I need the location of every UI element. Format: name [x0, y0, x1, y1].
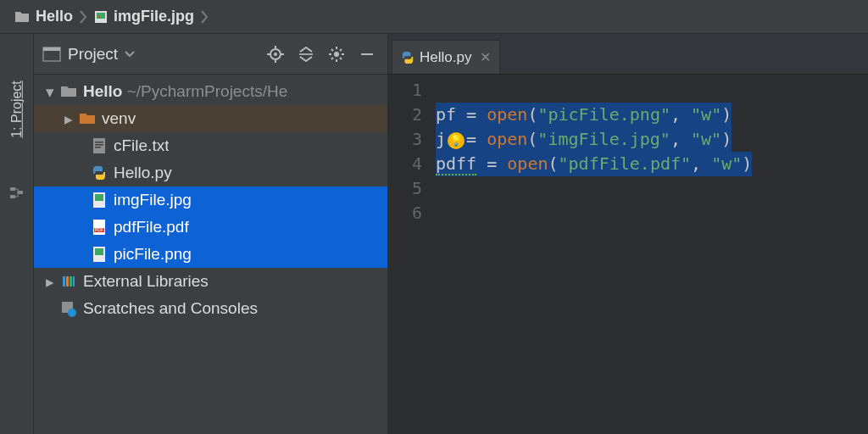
- svg-rect-23: [95, 248, 103, 255]
- svg-rect-26: [70, 276, 72, 287]
- locate-icon[interactable]: [264, 42, 287, 66]
- chevron-right-icon: [199, 8, 209, 25]
- line-number: 1: [388, 78, 422, 103]
- file-tree-icon[interactable]: [8, 185, 25, 202]
- scratches-icon: [59, 299, 78, 318]
- project-tree[interactable]: ▾ Hello ~/PycharmProjects/He ▸ venv cFil…: [34, 75, 387, 326]
- intention-bulb-icon[interactable]: [448, 132, 465, 149]
- project-panel-header: Project: [34, 34, 387, 75]
- breadcrumb-file-label: imgFile.jpg: [114, 8, 194, 25]
- tree-project-name: Hello: [83, 82, 122, 100]
- tree-item-label: picFile.png: [114, 245, 192, 264]
- line-number: 4: [388, 152, 422, 176]
- dropdown-icon[interactable]: [125, 50, 135, 58]
- tree-item-label: External Libraries: [83, 272, 209, 291]
- tree-file-img[interactable]: imgFile.jpg: [34, 186, 387, 214]
- svg-rect-5: [18, 191, 23, 194]
- python-file-icon: [90, 164, 108, 182]
- project-view-icon[interactable]: [42, 47, 61, 62]
- gutter: 1 2 3 4 5 6: [388, 78, 436, 434]
- close-icon[interactable]: ✕: [476, 49, 491, 65]
- svg-rect-15: [95, 144, 103, 146]
- svg-text:PDF: PDF: [95, 227, 103, 232]
- project-panel-title: Project: [68, 45, 118, 64]
- python-file-icon: [401, 51, 415, 64]
- svg-point-29: [68, 309, 76, 317]
- minimize-icon[interactable]: [355, 42, 379, 66]
- editor: Hello.py ✕ 1 2 3 4 5 6 pf = open("picFil…: [388, 34, 868, 434]
- line-number: 6: [388, 201, 422, 225]
- tree-project-path: ~/PycharmProjects/He: [127, 82, 288, 100]
- breadcrumb-root[interactable]: Hello: [8, 6, 78, 27]
- svg-rect-14: [95, 142, 103, 143]
- tree-item-label: Scratches and Consoles: [83, 299, 258, 318]
- tree-file-pdf[interactable]: PDF pdfFile.pdf: [34, 214, 387, 241]
- breadcrumb-file[interactable]: imgFile.jpg: [88, 6, 199, 27]
- svg-rect-10: [299, 53, 313, 55]
- folder-icon: [59, 82, 78, 101]
- svg-rect-25: [66, 276, 69, 287]
- project-panel: Project ▾ Hello: [34, 34, 388, 434]
- image-file-icon: [93, 9, 108, 25]
- code-body[interactable]: pf = open("picFile.png", "w") j= open("i…: [436, 78, 868, 434]
- svg-rect-4: [10, 195, 15, 198]
- tree-scratches[interactable]: Scratches and Consoles: [34, 295, 387, 322]
- tool-strip: 1: Project: [0, 34, 34, 434]
- code-line[interactable]: pf = open("picFile.png", "w"): [436, 103, 732, 127]
- tool-tab-project[interactable]: 1: Project: [9, 81, 25, 138]
- image-file-icon: [90, 245, 108, 264]
- svg-point-9: [274, 53, 277, 56]
- pdf-file-icon: PDF: [90, 218, 108, 236]
- svg-rect-7: [43, 47, 60, 51]
- tree-item-label: imgFile.jpg: [114, 191, 192, 209]
- tree-external-libraries[interactable]: ▸ External Libraries: [34, 268, 387, 295]
- code-area[interactable]: 1 2 3 4 5 6 pf = open("picFile.png", "w"…: [388, 75, 868, 434]
- svg-rect-3: [10, 187, 15, 191]
- folder-icon: [78, 109, 97, 128]
- editor-tab-hello[interactable]: Hello.py ✕: [392, 40, 500, 74]
- svg-rect-27: [73, 276, 75, 287]
- tree-project-root[interactable]: ▾ Hello ~/PycharmProjects/He: [34, 78, 387, 105]
- line-number: 2: [388, 103, 422, 127]
- svg-rect-13: [93, 138, 105, 153]
- chevron-right-icon: [78, 8, 88, 25]
- breadcrumb: Hello imgFile.jpg: [0, 0, 868, 34]
- line-number: 5: [388, 176, 422, 201]
- collapse-all-icon[interactable]: [294, 42, 318, 66]
- tree-file-cfile[interactable]: cFile.txt: [34, 132, 387, 159]
- gear-icon[interactable]: [325, 42, 348, 66]
- image-file-icon: [90, 191, 108, 209]
- folder-icon: [14, 10, 31, 24]
- libraries-icon: [59, 272, 78, 291]
- editor-tabs: Hello.py ✕: [388, 34, 868, 75]
- svg-rect-12: [361, 53, 373, 55]
- tree-file-hello[interactable]: Hello.py: [34, 159, 387, 186]
- text-file-icon: [90, 136, 108, 155]
- tree-item-label: pdfFile.pdf: [114, 218, 189, 236]
- svg-point-11: [334, 52, 339, 57]
- breadcrumb-root-label: Hello: [36, 8, 73, 25]
- svg-rect-24: [63, 276, 65, 287]
- tree-item-label: Hello.py: [114, 164, 172, 182]
- svg-rect-16: [95, 147, 101, 148]
- svg-rect-2: [97, 15, 100, 18]
- line-number: 3: [388, 127, 422, 152]
- editor-tab-label: Hello.py: [420, 49, 471, 66]
- tree-item-label: cFile.txt: [114, 136, 169, 155]
- svg-rect-18: [95, 194, 103, 201]
- tree-item-label: venv: [102, 109, 136, 128]
- code-line[interactable]: pdff = open("pdfFile.pdf", "w"): [436, 152, 752, 176]
- tree-file-pic[interactable]: picFile.png: [34, 241, 387, 268]
- chevron-right-icon[interactable]: ▸: [59, 109, 78, 129]
- tree-folder-venv[interactable]: ▸ venv: [34, 105, 387, 132]
- chevron-right-icon[interactable]: ▸: [41, 272, 59, 292]
- code-line[interactable]: j= open("imgFile.jpg", "w"): [436, 127, 732, 152]
- chevron-down-icon[interactable]: ▾: [41, 82, 59, 102]
